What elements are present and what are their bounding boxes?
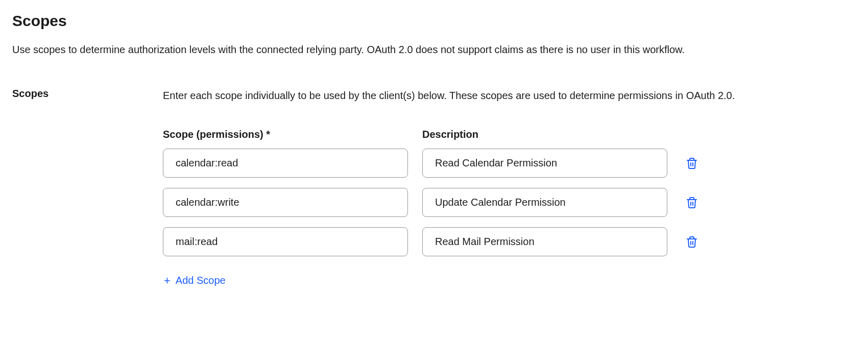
scope-input[interactable] xyxy=(163,227,408,256)
section-left-label: Scopes xyxy=(12,88,132,289)
add-scope-button[interactable]: + Add Scope xyxy=(163,272,227,289)
scope-row xyxy=(163,227,856,256)
scope-input[interactable] xyxy=(163,149,408,178)
page-subtitle: Use scopes to determine authorization le… xyxy=(12,42,856,57)
scope-description-input[interactable] xyxy=(422,149,667,178)
page-title: Scopes xyxy=(12,12,856,30)
description-column-label: Description xyxy=(422,129,667,140)
trash-icon xyxy=(686,157,698,170)
scope-input[interactable] xyxy=(163,188,408,217)
delete-scope-button[interactable] xyxy=(684,233,700,251)
scope-description-input[interactable] xyxy=(422,188,667,217)
add-scope-label: Add Scope xyxy=(176,275,226,286)
trash-icon xyxy=(686,235,698,249)
delete-scope-button[interactable] xyxy=(684,155,700,172)
scope-description-input[interactable] xyxy=(422,227,667,256)
scope-row xyxy=(163,149,856,178)
plus-icon: + xyxy=(164,275,171,286)
delete-scope-button[interactable] xyxy=(684,194,700,211)
section-description: Enter each scope individually to be used… xyxy=(163,88,856,103)
scope-row xyxy=(163,188,856,217)
scopes-section: Scopes Enter each scope individually to … xyxy=(12,88,856,289)
columns-header: Scope (permissions) * Description xyxy=(163,129,856,140)
scope-column-label: Scope (permissions) * xyxy=(163,129,408,140)
trash-icon xyxy=(686,196,698,209)
section-right: Enter each scope individually to be used… xyxy=(163,88,856,289)
